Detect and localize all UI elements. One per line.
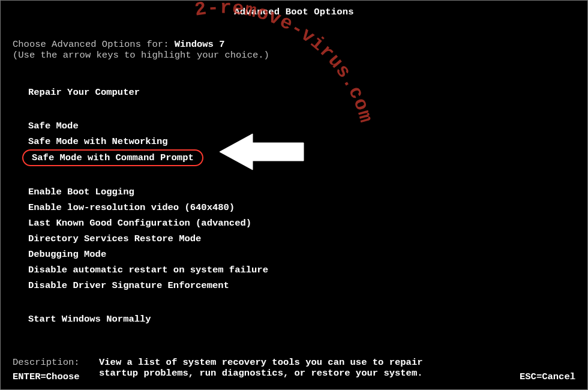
choose-label: Choose Advanced Options for: (13, 39, 175, 50)
footer-enter: ENTER=Choose (13, 371, 80, 382)
option-safe-mode-networking[interactable]: Safe Mode with Networking (22, 134, 174, 149)
page-title: Advanced Boot Options (13, 1, 575, 39)
option-start-normal[interactable]: Start Windows Normally (22, 311, 157, 327)
os-name: Windows 7 (175, 39, 225, 50)
option-safe-mode-cmd[interactable]: Safe Mode with Command Prompt (22, 149, 203, 166)
option-debugging[interactable]: Debugging Mode (22, 247, 112, 262)
option-repair[interactable]: Repair Your Computer (22, 85, 146, 100)
option-low-res[interactable]: Enable low-resolution video (640x480) (22, 200, 241, 215)
arrow-hint: (Use the arrow keys to highlight your ch… (13, 50, 575, 61)
description-text-line1: View a list of system recovery tools you… (99, 357, 423, 368)
option-disable-drv-sig[interactable]: Disable Driver Signature Enforcement (22, 278, 235, 293)
footer: ENTER=Choose ESC=Cancel (13, 371, 575, 382)
option-disable-auto-restart[interactable]: Disable automatic restart on system fail… (22, 262, 274, 278)
option-safe-mode[interactable]: Safe Mode (22, 118, 85, 134)
option-boot-logging[interactable]: Enable Boot Logging (22, 184, 140, 200)
option-ds-restore[interactable]: Directory Services Restore Mode (22, 231, 207, 247)
boot-screen: Advanced Boot Options Choose Advanced Op… (0, 0, 588, 390)
footer-esc: ESC=Cancel (520, 371, 575, 382)
option-lkg[interactable]: Last Known Good Configuration (advanced) (22, 215, 257, 231)
